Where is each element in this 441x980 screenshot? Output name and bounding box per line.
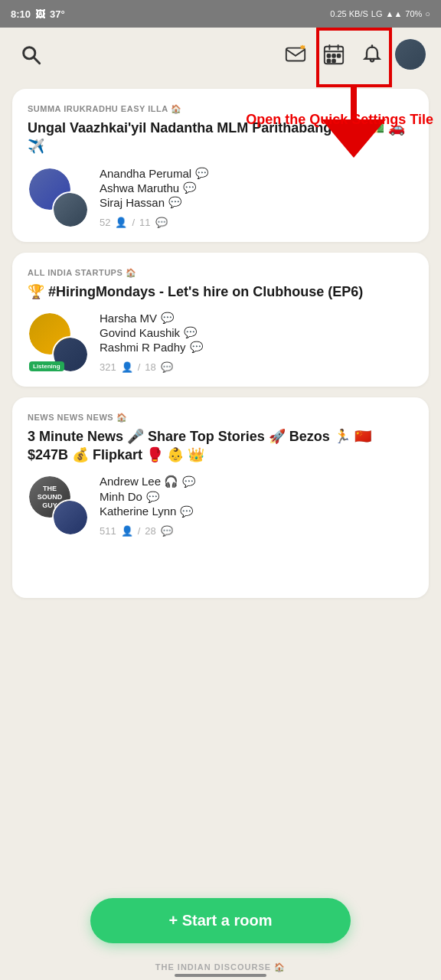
bell-button[interactable] [357,39,387,70]
svg-rect-2 [286,48,305,61]
user-avatar [395,39,426,70]
avatar-stack-2: Listening [28,312,89,373]
avatar-stack-3: THESOUNDGUY [28,475,89,536]
speaker-avatar-1b [52,191,89,228]
speakers-row-3: THESOUNDGUY Andrew Lee 🎧 💬 Minh Do 💬 Ka [28,475,413,537]
bottom-hint: THE INDIAN DISCOURSE 🏠 [0,962,441,972]
chat-icon: 💬 [182,475,195,488]
listening-badge: Listening [29,361,64,371]
chat-count-icon: 💬 [155,217,168,228]
room-card-3[interactable]: NEWS NEWS NEWS 🏠 3 Minute News 🎤 Share T… [12,397,429,599]
speaker-name-3a: Andrew Lee 🎧 💬 [100,475,413,488]
room-card-2[interactable]: ALL INDIA STARTUPS 🏠 🏆 #HiringMondays - … [12,253,429,387]
speaker-name-2c: Rashmi R Padhy 💬 [100,341,413,354]
room-card-1[interactable]: SUMMA IRUKRADHU EASY ILLA 🏠 Ungal Vaazhk… [12,89,429,242]
mail-button[interactable] [280,39,311,70]
avatar-button[interactable] [395,39,426,70]
speaker-name-3c: Katherine Lynn 💬 [100,505,413,518]
room-stats-1: 52 👤 / 11 💬 [100,217,413,228]
chat-icon: 💬 [183,181,196,194]
room-title-3: 3 Minute News 🎤 Share Top Stories 🚀 Bezo… [28,427,413,465]
network-icon: LG [371,9,383,18]
battery-icon: ○ [425,9,430,18]
chat-icon: 💬 [180,505,193,518]
search-button[interactable] [15,39,46,70]
svg-rect-11 [328,54,331,57]
room-stats-3: 511 👤 / 28 💬 [100,525,413,537]
temp: 37° [50,8,65,20]
battery: 70% [405,9,422,18]
photo-icon: 🖼 [35,8,45,20]
chat-icon: 💬 [190,341,203,353]
speaker-name-1a: Anandha Perumal 💬 [100,167,413,180]
calendar-button[interactable] [318,39,349,70]
svg-line-1 [34,57,40,64]
room-tag-3: NEWS NEWS NEWS 🏠 [28,413,413,423]
time: 8:10 [11,8,31,20]
room-tag-1: SUMMA IRUKRADHU EASY ILLA 🏠 [28,104,413,114]
chat-count-icon: 💬 [161,525,173,537]
room-stats-2: 321 👤 / 18 💬 [100,361,413,373]
signal-icon: ▲▲ [386,9,403,18]
speaker-name-3b: Minh Do 💬 [100,490,413,503]
speaker-name-1b: Ashwa Maruthu 💬 [100,181,413,194]
speakers-row-2: Listening Harsha MV 💬 Govind Kaushik 💬 R… [28,312,413,373]
start-room-button[interactable]: + Start a room [90,898,351,943]
speakers-info-2: Harsha MV 💬 Govind Kaushik 💬 Rashmi R Pa… [100,312,413,373]
listener-icon: 👤 [115,217,127,228]
status-bar: 8:10 🖼 37° 0.25 KB/S LG ▲▲ 70% ○ [0,0,441,28]
speakers-row-1: Anandha Perumal 💬 Ashwa Maruthu 💬 Siraj … [28,167,413,228]
speaker-name-2a: Harsha MV 💬 [100,312,413,325]
chat-icon: 💬 [195,167,208,179]
chat-icon: 💬 [161,312,174,324]
room-title-2: 🏆 #HiringMondays - Let's hire on Clubhou… [28,283,413,301]
listener-icon: 👤 [121,361,133,373]
speaker-avatar-3b [52,499,89,536]
speed: 0.25 KB/S [330,9,368,18]
bottom-bar [175,974,266,977]
room-tag-2: ALL INDIA STARTUPS 🏠 [28,268,413,278]
chat-icon: 💬 [184,326,197,338]
top-nav [0,28,441,81]
room-title-1: Ungal Vaazhkai'yil Nadantha MLM Parithab… [28,119,413,156]
speaker-name-2b: Govind Kaushik 💬 [100,326,413,339]
svg-rect-14 [328,60,331,63]
speakers-info-3: Andrew Lee 🎧 💬 Minh Do 💬 Katherine Lynn … [100,475,413,537]
listener-icon: 👤 [121,525,133,537]
chat-icon: 💬 [168,196,181,208]
speaker-name-1c: Siraj Hassan 💬 [100,196,413,209]
avatar-stack-1 [28,167,89,228]
speakers-info-1: Anandha Perumal 💬 Ashwa Maruthu 💬 Siraj … [100,167,413,228]
svg-rect-13 [338,54,341,57]
content-area: SUMMA IRUKRADHU EASY ILLA 🏠 Ungal Vaazhk… [0,81,441,606]
chat-count-icon: 💬 [161,361,173,373]
svg-rect-12 [332,54,335,57]
svg-rect-15 [332,60,335,63]
chat-icon: 💬 [146,491,159,503]
